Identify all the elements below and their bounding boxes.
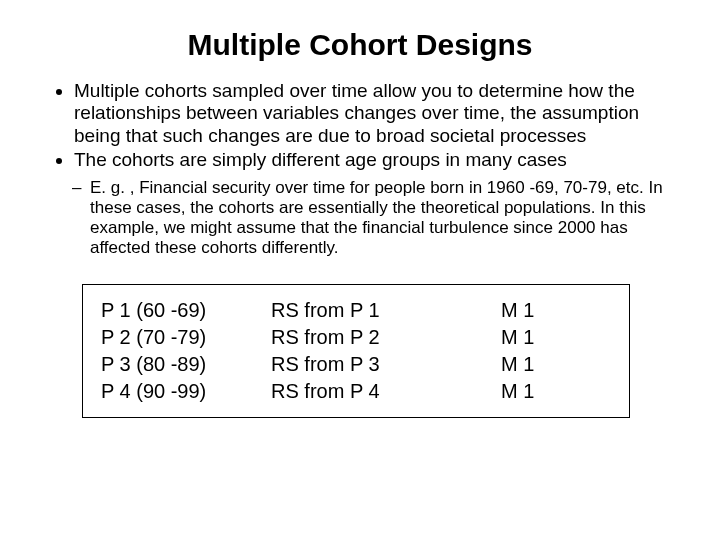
table-cell: RS from P 4 xyxy=(271,378,491,405)
bullet-list-level1: Multiple cohorts sampled over time allow… xyxy=(38,80,682,172)
table-cell: M 1 xyxy=(501,324,581,351)
table-cell: RS from P 3 xyxy=(271,351,491,378)
bullet-item: Multiple cohorts sampled over time allow… xyxy=(74,80,682,147)
slide: Multiple Cohort Designs Multiple cohorts… xyxy=(0,0,720,540)
table-cell: M 1 xyxy=(501,378,581,405)
table-grid: P 1 (60 -69) RS from P 1 M 1 P 2 (70 -79… xyxy=(101,297,611,405)
sub-bullet-item: E. g. , Financial security over time for… xyxy=(90,178,682,258)
table-cell: RS from P 1 xyxy=(271,297,491,324)
table-cell: P 2 (70 -79) xyxy=(101,324,261,351)
table-cell: M 1 xyxy=(501,351,581,378)
bullet-item: The cohorts are simply different age gro… xyxy=(74,149,682,171)
table-cell: P 3 (80 -89) xyxy=(101,351,261,378)
cohort-table: P 1 (60 -69) RS from P 1 M 1 P 2 (70 -79… xyxy=(82,284,630,418)
table-cell: M 1 xyxy=(501,297,581,324)
table-cell: RS from P 2 xyxy=(271,324,491,351)
table-cell: P 4 (90 -99) xyxy=(101,378,261,405)
slide-title: Multiple Cohort Designs xyxy=(38,28,682,62)
bullet-list-level2: E. g. , Financial security over time for… xyxy=(38,178,682,258)
table-cell: P 1 (60 -69) xyxy=(101,297,261,324)
